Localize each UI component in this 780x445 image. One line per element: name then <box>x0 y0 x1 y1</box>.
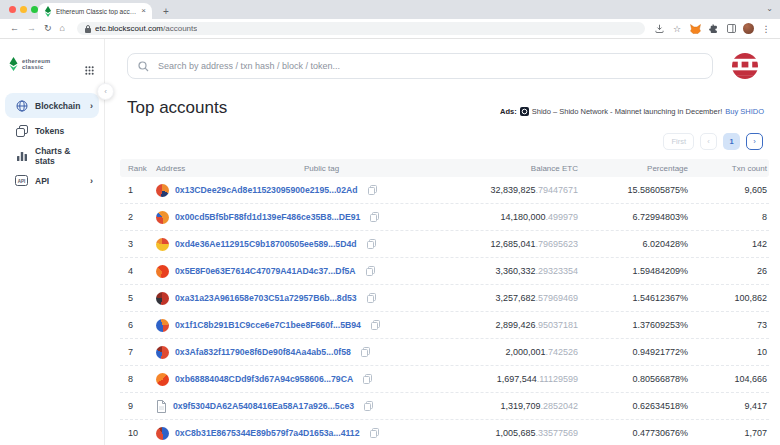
balance-cell: 1,005,685.33577569 <box>386 428 578 438</box>
metamask-extension-icon[interactable] <box>689 23 701 35</box>
sidebar-item-label: Blockchain <box>35 101 83 111</box>
address-link[interactable]: 0x1f1C8b291B1C9cce6e7C1bee8F660f...5B94 <box>175 320 361 330</box>
bookmark-star-icon[interactable]: ☆ <box>671 23 683 35</box>
address-identicon <box>156 373 169 386</box>
reload-button[interactable]: ↻ <box>44 24 52 33</box>
address-link[interactable]: 0x3Afa832f11790e8f6De90f84Aa4ab5...0f58 <box>175 347 351 357</box>
user-identicon-avatar[interactable] <box>732 53 758 79</box>
rank-cell: 4 <box>120 266 156 276</box>
chevron-right-icon: › <box>90 176 93 186</box>
extensions-puzzle-icon[interactable] <box>707 23 719 35</box>
percentage-cell: 6.020428% <box>578 239 688 249</box>
copy-address-icon[interactable] <box>364 401 373 411</box>
rank-cell: 10 <box>120 428 156 438</box>
sidebar-item-charts-stats[interactable]: Charts & stats <box>5 143 99 168</box>
back-button[interactable]: ← <box>10 24 19 33</box>
address-cell: 0xa31a23A961658e703C51a72957B6b...8d53 <box>156 292 296 305</box>
address-link[interactable]: 0xa31a23A961658e703C51a72957B6b...8d53 <box>175 293 357 303</box>
tab-search-chevron-icon[interactable]: ⌄ <box>766 4 773 13</box>
column-header-balance-etc: Balance ETC <box>386 164 578 173</box>
address-link[interactable]: 0x13CDee29cAd8e11523095900e2195...02Ad <box>175 185 358 195</box>
balance-integer: 14,180,000 <box>500 212 545 222</box>
apps-grid-icon[interactable] <box>85 61 94 79</box>
browser-menu-kebab-icon[interactable]: ⋮ <box>760 23 772 35</box>
browser-profile-avatar[interactable] <box>743 23 754 34</box>
address-link[interactable]: 0x00cd5Bf5bF88fd1d139eF486ce35B8...DE91 <box>175 212 360 222</box>
balance-decimals: .95037181 <box>535 320 578 330</box>
logo-text: ethereum classic <box>22 58 51 71</box>
percentage-cell: 1.54612367% <box>578 293 688 303</box>
balance-decimals: .499979 <box>545 212 578 222</box>
address-cell: 0x9f5304DA62A5408416Ea58A17a926...5ce3 <box>156 400 296 413</box>
address-link[interactable]: 0xb68884048CDd9f3d67A94c958606...79CA <box>175 374 353 384</box>
sidebar-item-tokens[interactable]: Tokens <box>5 118 99 143</box>
balance-decimals: .2852042 <box>540 401 578 411</box>
copy-address-icon[interactable] <box>371 320 380 330</box>
address-cell: 0x1f1C8b291B1C9cce6e7C1bee8F660f...5B94 <box>156 319 296 332</box>
sidebar-item-blockchain[interactable]: Blockchain› <box>5 93 99 118</box>
page-title: Top accounts <box>127 98 227 118</box>
copy-address-icon[interactable] <box>363 374 372 384</box>
pagination-current-page: 1 <box>723 133 740 150</box>
copy-address-icon[interactable] <box>367 293 376 303</box>
ads-label: Ads: <box>500 107 517 116</box>
txn-count-cell: 104,666 <box>688 374 769 384</box>
address-link[interactable]: 0xC8b31E8675344E89b579f7a4D1653a...4112 <box>175 428 360 438</box>
tab-title: Ethereum Classic top account <box>56 8 137 15</box>
copy-address-icon[interactable] <box>370 212 379 222</box>
window-close-button[interactable] <box>9 6 16 13</box>
sidebar-item-label: Charts & stats <box>35 146 86 166</box>
table-header-row: RankAddressPublic tagBalance ETCPercenta… <box>120 159 769 177</box>
copy-address-icon[interactable] <box>370 428 379 438</box>
pagination-prev-button: ‹ <box>700 133 717 150</box>
copy-address-icon[interactable] <box>367 239 376 249</box>
balance-integer: 1,319,709 <box>500 401 540 411</box>
search-input[interactable] <box>156 60 702 72</box>
address-bar[interactable]: etc.blockscout.com/accounts <box>77 22 645 35</box>
window-zoom-button[interactable] <box>31 6 38 13</box>
browser-tab[interactable]: Ethereum Classic top account × <box>38 3 152 19</box>
table-row: 20x00cd5Bf5bF88fd1d139eF486ce35B8...DE91… <box>120 204 769 231</box>
copy-address-icon[interactable] <box>366 266 375 276</box>
forward-button[interactable]: → <box>27 24 36 33</box>
tab-close-icon[interactable]: × <box>141 7 146 15</box>
home-button[interactable]: ⌂ <box>60 24 65 33</box>
column-header-address: Address <box>156 164 296 173</box>
address-link[interactable]: 0xd4e36Ae112915C9b18700505ee589...5D4d <box>175 239 357 249</box>
side-panel-icon[interactable] <box>725 23 737 35</box>
copy-address-icon[interactable] <box>361 347 370 357</box>
balance-integer: 3,257,682 <box>495 293 535 303</box>
percentage-cell: 0.62634518% <box>578 401 688 411</box>
window-controls <box>9 6 38 13</box>
txn-count-cell: 73 <box>688 320 769 330</box>
tokens-icon <box>15 125 28 137</box>
percentage-cell: 0.47730676% <box>578 428 688 438</box>
pagination: First ‹ 1 › <box>663 133 763 150</box>
rank-cell: 6 <box>120 320 156 330</box>
txn-count-cell: 8 <box>688 212 769 222</box>
copy-address-icon[interactable] <box>368 185 377 195</box>
column-header-public-tag: Public tag <box>296 164 386 173</box>
address-cell: 0xC8b31E8675344E89b579f7a4D1653a...4112 <box>156 427 296 440</box>
balance-integer: 2,000,001 <box>505 347 545 357</box>
top-accounts-table: RankAddressPublic tagBalance ETCPercenta… <box>120 159 769 445</box>
sidebar-item-api[interactable]: APIAPI› <box>5 168 99 193</box>
sidebar-collapse-button[interactable]: ‹ <box>97 83 114 100</box>
pagination-next-button[interactable]: › <box>746 133 763 150</box>
blockchain-globe-icon <box>15 100 28 112</box>
balance-decimals: .79447671 <box>535 185 578 195</box>
ad-buy-link[interactable]: Buy SHIDO <box>725 107 764 116</box>
window-minimize-button[interactable] <box>20 6 27 13</box>
pagination-first-button: First <box>663 133 694 150</box>
address-link[interactable]: 0x9f5304DA62A5408416Ea58A17a926...5ce3 <box>173 401 354 411</box>
percentage-cell: 1.59484209% <box>578 266 688 276</box>
etc-logo[interactable]: ethereum classic <box>9 57 51 71</box>
address-link[interactable]: 0x5E8F0e63E7614C47079A41AD4c37...Df5A <box>175 266 356 276</box>
balance-decimals: .742526 <box>545 347 578 357</box>
search-bar <box>127 53 713 79</box>
balance-cell: 3,257,682.57969469 <box>386 293 578 303</box>
download-icon[interactable] <box>653 23 665 35</box>
balance-cell: 3,360,332.29323354 <box>386 266 578 276</box>
percentage-cell: 1.37609253% <box>578 320 688 330</box>
new-tab-button[interactable]: + <box>158 3 174 19</box>
